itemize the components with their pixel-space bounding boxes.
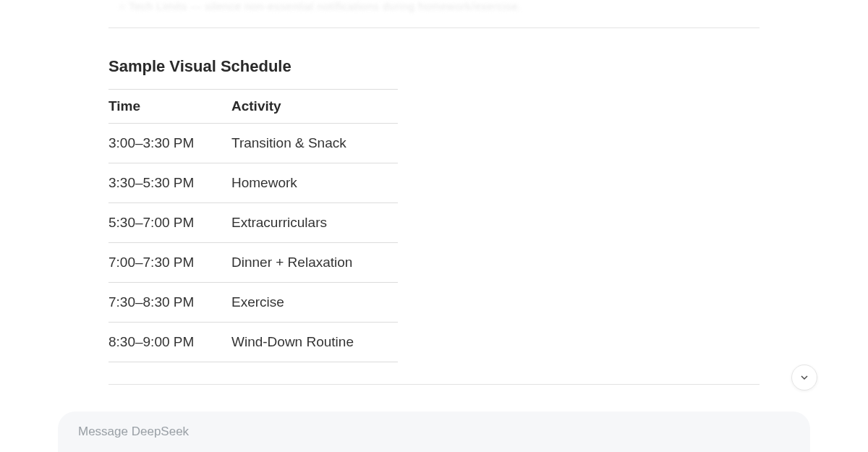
- cell-activity: Wind-Down Routine: [231, 323, 398, 362]
- cell-time: 3:30–5:30 PM: [109, 163, 231, 203]
- table-row: 7:30–8:30 PM Exercise: [109, 283, 398, 323]
- col-header-time: Time: [109, 90, 231, 124]
- cell-activity: Homework: [231, 163, 398, 203]
- table-header-row: Time Activity: [109, 90, 398, 124]
- cell-time: 8:30–9:00 PM: [109, 323, 231, 362]
- message-composer[interactable]: [58, 412, 810, 452]
- chevron-down-icon: [799, 372, 810, 383]
- previous-line-blurred: ○ Tech Limits — silence non-essential no…: [109, 0, 760, 14]
- cell-time: 3:00–3:30 PM: [109, 124, 231, 163]
- table-row: 7:00–7:30 PM Dinner + Relaxation: [109, 243, 398, 283]
- divider: [109, 384, 760, 385]
- cell-activity: Transition & Snack: [231, 124, 398, 163]
- divider: [109, 27, 760, 28]
- table-row: 3:30–5:30 PM Homework: [109, 163, 398, 203]
- cell-time: 7:30–8:30 PM: [109, 283, 231, 323]
- table-row: 8:30–9:00 PM Wind-Down Routine: [109, 323, 398, 362]
- message-input[interactable]: [78, 425, 790, 439]
- section-heading: Sample Visual Schedule: [109, 57, 760, 76]
- cell-activity: Dinner + Relaxation: [231, 243, 398, 283]
- cell-time: 5:30–7:00 PM: [109, 203, 231, 243]
- schedule-table: Time Activity 3:00–3:30 PM Transition & …: [109, 89, 398, 362]
- scroll-to-bottom-button[interactable]: [791, 364, 817, 391]
- cell-activity: Extracurriculars: [231, 203, 398, 243]
- table-row: 5:30–7:00 PM Extracurriculars: [109, 203, 398, 243]
- col-header-activity: Activity: [231, 90, 398, 124]
- table-row: 3:00–3:30 PM Transition & Snack: [109, 124, 398, 163]
- message-content: ○ Tech Limits — silence non-essential no…: [0, 0, 868, 385]
- cell-time: 7:00–7:30 PM: [109, 243, 231, 283]
- cell-activity: Exercise: [231, 283, 398, 323]
